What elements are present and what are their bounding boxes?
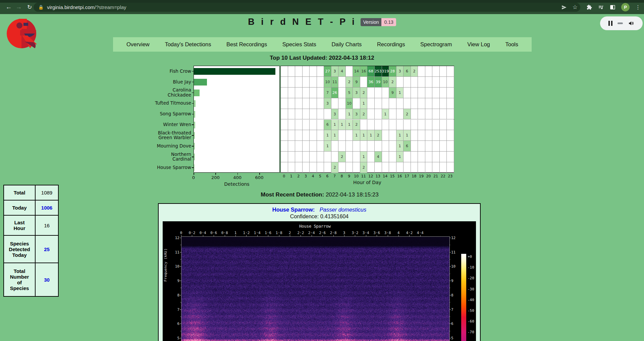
detections-bar: [194, 154, 195, 160]
freq-minortick: [180, 274, 181, 274]
reload-icon[interactable]: ↻: [25, 3, 34, 11]
heatmap-cell: [338, 130, 346, 141]
stats-value[interactable]: 1006: [35, 200, 58, 215]
heatmap-cell: [418, 66, 425, 77]
heatmap-cell: [425, 77, 433, 88]
audio-player[interactable]: [600, 16, 643, 30]
heatmap-cell: 253: [375, 66, 382, 77]
heatmap-cell: [310, 77, 317, 88]
menu-dots-icon[interactable]: ⋮: [635, 4, 641, 10]
main-nav: OverviewToday's DetectionsBest Recording…: [113, 37, 532, 52]
heatmap-cell: [382, 162, 389, 173]
heatmap-cell: [418, 120, 425, 130]
heatmap-cell: 2: [346, 77, 353, 88]
top10-chart: 2734141668253319283621011293639102726532…: [148, 66, 456, 186]
heatmap-cell: [346, 152, 353, 162]
freq-tick: [180, 266, 181, 267]
heatmap-cell: [367, 120, 375, 130]
side-panel-icon[interactable]: [610, 4, 615, 10]
star-icon[interactable]: ☆: [573, 4, 578, 11]
heatmap-cell: 1: [360, 98, 368, 109]
hour-ticklabel: 20: [426, 174, 431, 178]
detections-bar: [194, 143, 195, 150]
hour-ticklabel: 0: [283, 174, 285, 178]
freq-ticklabel-right: 9: [451, 279, 453, 283]
seek-dash[interactable]: [618, 22, 623, 24]
heatmap-cell: [389, 98, 396, 109]
hour-ticklabel: 18: [412, 174, 416, 178]
heatmap-cell: [382, 130, 389, 141]
heatmap-cell: [281, 88, 288, 98]
nav-item-tools[interactable]: Tools: [505, 41, 518, 48]
version-value: 0.13: [381, 18, 396, 26]
stats-value[interactable]: 25: [35, 235, 58, 263]
heatmap-cell: [447, 98, 454, 109]
heatmap-cell: 6: [324, 120, 331, 130]
nav-item-spectrogram[interactable]: Spectrogram: [420, 41, 452, 48]
media-queue-icon[interactable]: [598, 4, 604, 10]
forward-icon[interactable]: →: [15, 3, 23, 11]
time-ticklabel: 2·2: [297, 231, 304, 235]
browser-chrome: ← → ↻ 🔒 virginia.birdnetpi.com/?stream=p…: [0, 0, 644, 14]
heatmap-cell: [447, 77, 454, 88]
heatmap-cell: 2: [404, 109, 411, 120]
heatmap-cell: [303, 152, 310, 162]
time-ticklabel: 0·8: [221, 231, 228, 235]
heatmap-cell: 6: [404, 141, 411, 152]
detections-bar: [194, 100, 196, 107]
extensions-icon[interactable]: [586, 4, 592, 10]
heatmap-cell: 3: [324, 98, 331, 109]
hour-ticklabel: 6: [326, 174, 329, 178]
heatmap-cell: [418, 162, 425, 173]
stats-value[interactable]: 30: [35, 263, 58, 296]
heatmap-cell: [425, 88, 433, 98]
hour-ticklabel: 11: [361, 174, 366, 178]
freq-minortick: [449, 288, 450, 288]
heatmap-cell: [353, 152, 360, 162]
heatmap-cell: [440, 109, 447, 120]
bar-axis-tick: [194, 173, 194, 175]
volume-icon[interactable]: [628, 20, 634, 26]
nav-item-daily-charts[interactable]: Daily Charts: [331, 41, 362, 48]
heatmap-cell: [389, 141, 396, 152]
heatmap-cell: [440, 141, 447, 152]
nav-item-overview[interactable]: Overview: [126, 41, 150, 48]
freq-ticklabel-left: 6: [173, 322, 179, 326]
stats-label: TotalNumberofSpecies: [4, 263, 35, 296]
freq-tick: [449, 338, 451, 338]
heatmap-cell: [389, 130, 396, 141]
hour-ticklabel: 14: [383, 174, 387, 178]
url-bar[interactable]: 🔒 virginia.birdnetpi.com/?stream=play ☆: [34, 3, 580, 12]
heatmap-cell: [317, 98, 324, 109]
recent-detection-label: Most Recent Detection:: [261, 191, 324, 198]
heatmap-cell: 2: [389, 77, 396, 88]
heatmap-cell: [288, 130, 296, 141]
hour-ticklabel: 9: [348, 174, 350, 178]
species-label: Blue Jay: [148, 76, 191, 87]
nav-item-recordings[interactable]: Recordings: [377, 41, 405, 48]
heatmap-cell: 1: [331, 130, 339, 141]
nav-item-species-stats[interactable]: Species Stats: [282, 41, 316, 48]
heatmap-cell: 39: [375, 77, 382, 88]
back-icon[interactable]: ←: [5, 3, 13, 11]
heatmap-cell: [288, 120, 296, 130]
nav-item-today-s-detections[interactable]: Today's Detections: [165, 41, 211, 48]
species-label: NorthernCardinal: [148, 151, 191, 162]
avatar[interactable]: P: [621, 3, 630, 11]
nav-item-best-recordings[interactable]: Best Recordings: [226, 41, 267, 48]
heatmap-cell: 3: [353, 109, 360, 120]
heatmap-cell: [411, 77, 418, 88]
nav-item-view-log[interactable]: View Log: [467, 41, 490, 48]
send-icon[interactable]: [561, 4, 567, 10]
heatmap-cell: [396, 120, 404, 130]
heatmap-cell: [375, 162, 382, 173]
lock-icon: 🔒: [38, 5, 44, 10]
hour-ticklabel: 15: [390, 174, 395, 178]
heatmap-cell: 3: [331, 109, 339, 120]
heatmap-cell: 10: [324, 77, 331, 88]
heatmap-cell: [404, 152, 411, 162]
pause-icon[interactable]: [608, 21, 612, 26]
time-tick: [301, 235, 301, 236]
species-name-link[interactable]: House Sparrow:: [272, 207, 315, 213]
freq-ticklabel-right: 11: [451, 250, 455, 254]
